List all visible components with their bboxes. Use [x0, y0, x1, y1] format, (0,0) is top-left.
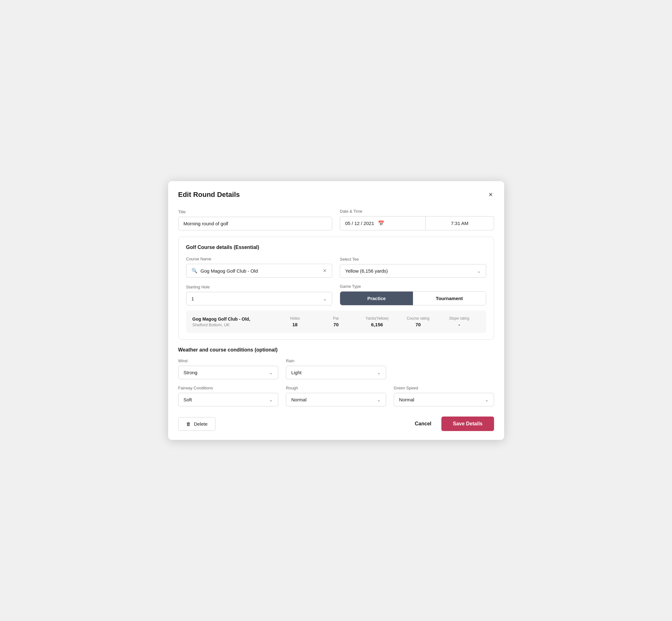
- fairway-label: Fairway Conditions: [178, 385, 279, 390]
- title-label: Title: [178, 210, 333, 214]
- green-speed-label: Green Speed: [394, 385, 494, 390]
- chevron-down-icon-4: ⌄: [377, 370, 381, 375]
- chevron-down-icon-7: ⌄: [485, 397, 489, 402]
- weather-section: Weather and course conditions (optional)…: [178, 347, 494, 406]
- rain-dropdown[interactable]: Light ⌄: [286, 366, 386, 379]
- chevron-down-icon-6: ⌄: [377, 397, 381, 402]
- time-value: 7:31 AM: [451, 220, 468, 226]
- select-tee-group: Select Tee Yellow (6,156 yards) ⌄: [340, 257, 486, 278]
- date-value: 05 / 12 / 2021: [345, 220, 374, 226]
- course-info-bar: Gog Magog Golf Club - Old, Shelford Bott…: [186, 310, 486, 333]
- course-rating-value: 70: [397, 322, 438, 327]
- starting-hole-value: 1: [192, 296, 194, 301]
- game-type-toggle: Practice Tournament: [340, 291, 486, 305]
- course-par-stat: Par 70: [316, 316, 356, 327]
- game-type-label: Game Type: [340, 284, 486, 289]
- cancel-button[interactable]: Cancel: [412, 417, 434, 430]
- chevron-down-icon-3: ⌄: [269, 370, 273, 375]
- yards-label: Yards(Yellow): [356, 316, 397, 321]
- rain-value: Light: [291, 370, 302, 375]
- close-button[interactable]: ×: [488, 190, 494, 199]
- select-tee-label: Select Tee: [340, 257, 486, 261]
- rain-group: Rain Light ⌄: [286, 359, 386, 379]
- course-name-label: Course Name: [186, 256, 333, 261]
- title-datetime-row: Title Date & Time 05 / 12 / 2021 📅 7:31 …: [178, 209, 494, 230]
- starting-hole-dropdown[interactable]: 1 ⌄: [186, 292, 333, 305]
- course-info-name: Gog Magog Golf Club - Old, Shelford Bott…: [193, 317, 275, 327]
- fairway-dropdown[interactable]: Soft ⌄: [178, 393, 279, 406]
- time-box[interactable]: 7:31 AM: [426, 216, 494, 230]
- modal-title: Edit Round Details: [178, 191, 240, 199]
- holes-label: Holes: [275, 316, 316, 321]
- course-rating-label: Course rating: [397, 316, 438, 321]
- course-name-group: Course Name 🔍 ✕: [186, 256, 333, 278]
- trash-icon: 🗑: [186, 421, 191, 427]
- wind-group: Wind Strong ⌄: [178, 359, 279, 379]
- datetime-group: Date & Time 05 / 12 / 2021 📅 7:31 AM: [340, 209, 494, 230]
- green-speed-dropdown[interactable]: Normal ⌄: [394, 393, 494, 406]
- rough-dropdown[interactable]: Normal ⌄: [286, 393, 386, 406]
- date-time-group: 05 / 12 / 2021 📅 7:31 AM: [340, 216, 494, 230]
- modal-header: Edit Round Details ×: [168, 181, 504, 206]
- slope-rating-stat: Slope rating -: [438, 316, 479, 327]
- footer-row: 🗑 Delete Cancel Save Details: [178, 414, 494, 431]
- select-tee-value: Yellow (6,156 yards): [345, 268, 388, 274]
- wind-label: Wind: [178, 359, 279, 363]
- chevron-down-icon-2: ⌄: [323, 296, 327, 301]
- course-section-title: Golf Course details (Essential): [186, 245, 486, 250]
- rain-label: Rain: [286, 359, 386, 363]
- save-button[interactable]: Save Details: [442, 417, 494, 431]
- course-rating-stat: Course rating 70: [397, 316, 438, 327]
- rough-group: Rough Normal ⌄: [286, 385, 386, 406]
- par-label: Par: [316, 316, 356, 321]
- chevron-down-icon: ⌄: [477, 268, 481, 274]
- course-search-box[interactable]: 🔍 ✕: [186, 264, 333, 278]
- slope-rating-value: -: [438, 322, 479, 327]
- date-box[interactable]: 05 / 12 / 2021 📅: [340, 216, 426, 230]
- course-tee-row: Course Name 🔍 ✕ Select Tee Yellow (6,156…: [186, 256, 486, 278]
- fairway-group: Fairway Conditions Soft ⌄: [178, 385, 279, 406]
- calendar-icon: 📅: [378, 220, 384, 226]
- green-speed-value: Normal: [399, 397, 414, 402]
- datetime-label: Date & Time: [340, 209, 494, 214]
- course-name-input[interactable]: [201, 268, 320, 274]
- search-icon: 🔍: [192, 268, 198, 274]
- practice-button[interactable]: Practice: [340, 292, 413, 305]
- footer-right: Cancel Save Details: [412, 417, 494, 431]
- wind-rain-row: Wind Strong ⌄ Rain Light ⌄: [178, 359, 494, 379]
- title-input[interactable]: [178, 217, 333, 230]
- course-location: Shelford Bottom, UK: [193, 323, 275, 327]
- slope-rating-label: Slope rating: [438, 316, 479, 321]
- course-full-name: Gog Magog Golf Club - Old,: [193, 317, 275, 322]
- course-yards-stat: Yards(Yellow) 6,156: [356, 316, 397, 327]
- rough-value: Normal: [291, 397, 306, 402]
- rain-spacer: [394, 359, 494, 379]
- holes-value: 18: [275, 322, 316, 327]
- delete-button[interactable]: 🗑 Delete: [178, 417, 215, 431]
- select-tee-dropdown[interactable]: Yellow (6,156 yards) ⌄: [340, 264, 486, 278]
- starting-hole-group: Starting Hole 1 ⌄: [186, 285, 333, 305]
- course-details-section: Golf Course details (Essential) Course N…: [178, 237, 494, 339]
- weather-section-title: Weather and course conditions (optional): [178, 347, 494, 353]
- yards-value: 6,156: [356, 322, 397, 327]
- title-group: Title: [178, 210, 333, 230]
- par-value: 70: [316, 322, 356, 327]
- clear-course-icon[interactable]: ✕: [323, 268, 327, 274]
- hole-gametype-row: Starting Hole 1 ⌄ Game Type Practice Tou…: [186, 284, 486, 305]
- game-type-group: Game Type Practice Tournament: [340, 284, 486, 305]
- wind-value: Strong: [183, 370, 198, 375]
- delete-label: Delete: [194, 421, 208, 427]
- tournament-button[interactable]: Tournament: [413, 292, 486, 305]
- starting-hole-label: Starting Hole: [186, 285, 333, 289]
- modal-body: Title Date & Time 05 / 12 / 2021 📅 7:31 …: [168, 206, 504, 440]
- course-holes-stat: Holes 18: [275, 316, 316, 327]
- rough-label: Rough: [286, 385, 386, 390]
- green-speed-group: Green Speed Normal ⌄: [394, 385, 494, 406]
- chevron-down-icon-5: ⌄: [269, 397, 273, 402]
- wind-dropdown[interactable]: Strong ⌄: [178, 366, 279, 379]
- conditions-row: Fairway Conditions Soft ⌄ Rough Normal ⌄…: [178, 385, 494, 406]
- edit-round-modal: Edit Round Details × Title Date & Time 0…: [168, 181, 504, 440]
- fairway-value: Soft: [183, 397, 192, 402]
